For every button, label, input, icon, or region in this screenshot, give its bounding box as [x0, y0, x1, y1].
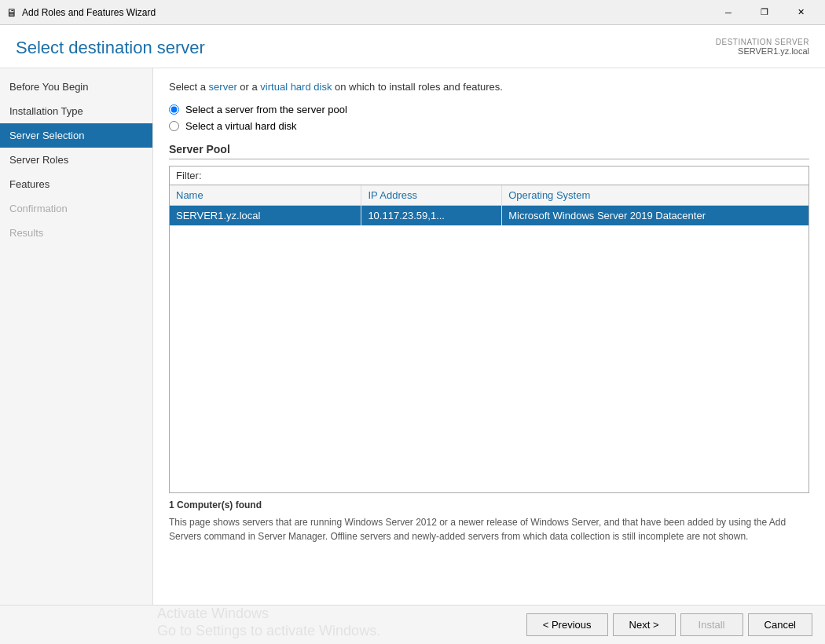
- computers-found: 1 Computer(s) found: [169, 499, 809, 510]
- server-table-wrapper: Name IP Address Operating System SERVER1…: [169, 185, 809, 493]
- vhd-link[interactable]: virtual hard disk: [260, 81, 332, 93]
- section-title: Server Pool: [169, 143, 809, 159]
- sidebar-item-results: Results: [0, 221, 152, 245]
- wizard-window: Select destination server DESTINATION SE…: [0, 25, 825, 644]
- title-bar-text: Add Roles and Features Wizard: [22, 7, 710, 18]
- filter-bar: Filter:: [169, 166, 809, 185]
- sidebar: Before You Begin Installation Type Serve…: [0, 68, 153, 605]
- table-empty-space: [170, 225, 808, 492]
- table-row[interactable]: SERVER1.yz.local 10.117.23.59,1... Micro…: [170, 206, 808, 226]
- radio-server-pool[interactable]: Select a server from the server pool: [169, 104, 809, 115]
- sidebar-item-features[interactable]: Features: [0, 172, 152, 196]
- wizard-header: Select destination server DESTINATION SE…: [0, 25, 825, 68]
- sidebar-item-installation-type[interactable]: Installation Type: [0, 99, 152, 123]
- page-title: Select destination server: [16, 38, 205, 58]
- next-button[interactable]: Next >: [613, 613, 676, 636]
- destination-label: DESTINATION SERVER: [716, 38, 809, 46]
- content-description: Select a server or a virtual hard disk o…: [169, 81, 809, 93]
- radio-server-pool-input[interactable]: [169, 104, 179, 115]
- watermark-line2: Go to Settings to activate Windows.: [157, 623, 380, 640]
- sidebar-item-server-roles[interactable]: Server Roles: [0, 148, 152, 172]
- server-link[interactable]: server: [209, 81, 237, 93]
- title-bar: 🖥 Add Roles and Features Wizard ─ ❐ ✕: [0, 0, 825, 25]
- sidebar-item-server-selection[interactable]: Server Selection: [0, 123, 152, 148]
- cell-name: SERVER1.yz.local: [170, 206, 361, 226]
- watermark-line1: Activate Windows: [157, 606, 380, 623]
- cell-ip: 10.117.23.59,1...: [361, 206, 502, 226]
- radio-vhd[interactable]: Select a virtual hard disk: [169, 120, 809, 132]
- sidebar-item-before-you-begin[interactable]: Before You Begin: [0, 75, 152, 99]
- server-table: Name IP Address Operating System SERVER1…: [170, 185, 808, 225]
- destination-server-name: SERVER1.yz.local: [716, 46, 809, 56]
- info-text: This page shows servers that are running…: [169, 515, 809, 543]
- col-name[interactable]: Name: [170, 185, 361, 206]
- filter-label: Filter:: [176, 170, 202, 181]
- radio-vhd-input[interactable]: [169, 121, 179, 131]
- install-button[interactable]: Install: [680, 613, 743, 636]
- cell-os: Microsoft Windows Server 2019 Datacenter: [502, 206, 808, 226]
- restore-button[interactable]: ❐: [746, 0, 783, 25]
- window-controls: ─ ❐ ✕: [710, 0, 819, 25]
- previous-button[interactable]: < Previous: [526, 613, 608, 636]
- close-button[interactable]: ✕: [783, 0, 819, 25]
- watermark: Activate Windows Go to Settings to activ…: [157, 606, 380, 639]
- wizard-body: Before You Begin Installation Type Serve…: [0, 68, 825, 605]
- content-area: Select a server or a virtual hard disk o…: [153, 68, 825, 605]
- table-header-row: Name IP Address Operating System: [170, 185, 808, 206]
- col-os[interactable]: Operating System: [502, 185, 808, 206]
- radio-group: Select a server from the server pool Sel…: [169, 104, 809, 132]
- wizard-footer: Activate Windows Go to Settings to activ…: [0, 605, 825, 644]
- sidebar-item-confirmation: Confirmation: [0, 196, 152, 221]
- minimize-button[interactable]: ─: [710, 0, 746, 25]
- filter-input[interactable]: [208, 170, 803, 181]
- col-ip[interactable]: IP Address: [361, 185, 502, 206]
- destination-server-info: DESTINATION SERVER SERVER1.yz.local: [716, 38, 809, 56]
- cancel-button[interactable]: Cancel: [748, 613, 812, 636]
- wizard-icon: 🖥: [6, 6, 17, 19]
